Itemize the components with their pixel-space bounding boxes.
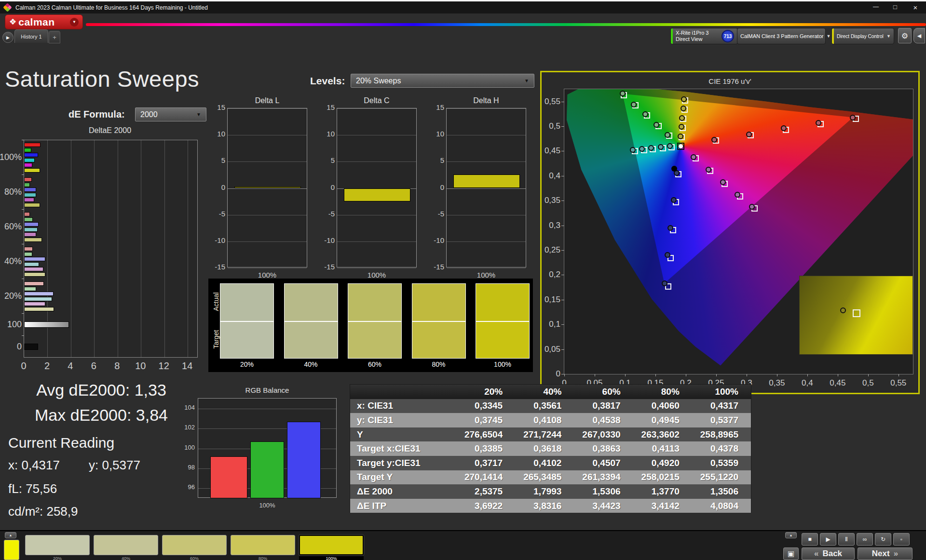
table-row-Target x:CIE31: Target x:CIE310,33850,36180,38630,41130,… [350, 441, 751, 456]
table-cell: 0,3385 [456, 443, 515, 454]
source-line1: CalMAN Client 3 Pattern Generator [740, 33, 823, 39]
next-button[interactable]: Next » [858, 547, 912, 560]
y-tick-label: 15 [432, 103, 444, 111]
up-arrow-icon: ▲ [790, 533, 793, 537]
up-arrow-icon: ▲ [9, 533, 13, 537]
toolbar-patch-60%[interactable] [162, 535, 227, 555]
y-tick-label: 0 [432, 183, 444, 191]
mini-plot [337, 108, 417, 267]
pattern-list-up-button[interactable]: ▲ [5, 532, 16, 538]
yellow-measured-marker [678, 133, 683, 139]
maximize-button[interactable]: □ [885, 3, 905, 12]
green-measured-marker [665, 132, 670, 138]
calman-logo-button[interactable]: ❖ calman ▼ [5, 14, 83, 29]
chevron-left-icon: ◀ [917, 33, 921, 39]
tab-nav-arrow-button[interactable]: ▶ [2, 32, 14, 43]
toolbar-patch-20%[interactable] [25, 535, 90, 555]
window-title: Calman 2023 Calman Ultimate for Business… [15, 4, 208, 11]
minimize-button[interactable]: — [866, 3, 885, 12]
de-bar [24, 193, 36, 197]
x-tick [716, 374, 717, 376]
target-row-label: Target [212, 325, 220, 354]
y-tick [561, 102, 564, 102]
table-cell: 0,5359 [692, 458, 751, 468]
table-header-cell: 40% [515, 387, 574, 397]
y-tick-label: 102 [177, 424, 195, 431]
table-cell: 263,3602 [633, 429, 692, 440]
de-bar [24, 183, 30, 187]
gridline [337, 108, 416, 109]
x-axis-label: 100% [337, 271, 417, 279]
toolbar-patch-100%[interactable] [299, 535, 364, 555]
transport-button-0[interactable]: ■ [802, 533, 818, 546]
delta-bar [453, 174, 520, 188]
back-button[interactable]: « Back [802, 547, 855, 560]
group-label: 80% [0, 174, 22, 209]
red-measured-marker [711, 137, 717, 143]
gridline [447, 268, 526, 268]
deltae-plot [24, 140, 198, 358]
y-tick-label: -5 [432, 210, 444, 218]
cie-1976-panel[interactable]: CIE 1976 u'v' 000,050,050,10,10,150,150,… [540, 71, 920, 394]
transport-button-3[interactable]: ∞ [857, 533, 873, 546]
actual-target-swatch-panel: ActualTarget20%40%60%80%100% [208, 279, 533, 372]
de-bar [24, 257, 45, 261]
calman-logo-text: calman [18, 16, 54, 28]
transport-button-5[interactable]: ▫ [893, 533, 910, 546]
blue-measured-marker [671, 197, 677, 203]
chevron-down-icon: ▼ [886, 34, 891, 39]
de-formula-dropdown[interactable]: 2000 ▼ [135, 107, 206, 121]
actual-swatch-100% [476, 283, 530, 321]
y-tick-label: 15 [322, 103, 335, 111]
calman-menu-caret[interactable]: ▼ [70, 18, 79, 27]
table-cell: 0,3863 [574, 443, 633, 454]
y-tick-label: 0 [539, 369, 560, 379]
settings-button[interactable]: ⚙ [898, 28, 912, 43]
inset-target-marker [853, 309, 860, 317]
red-measured-marker [850, 115, 856, 120]
table-header-cell: 20% [456, 387, 515, 397]
de-bar [24, 168, 40, 173]
close-button[interactable]: × [905, 3, 926, 12]
y-tick-label: 0,3 [539, 221, 560, 230]
de-bar [24, 222, 39, 227]
x-tick-label: 2 [40, 360, 54, 372]
x-tick [807, 374, 808, 376]
group-label: 20% [0, 279, 22, 313]
display-control-selector[interactable]: Direct Display Control ▼ [831, 28, 894, 44]
transport-button-1[interactable]: ▶ [820, 533, 836, 546]
toolbar-patch-80%[interactable] [231, 535, 295, 555]
toolbar-patch-label: 80% [231, 556, 295, 560]
table-header-cell: 60% [574, 387, 633, 397]
meter-count-badge[interactable]: 713 [722, 30, 734, 42]
row-label: Target Y [350, 472, 456, 482]
transport-button-2[interactable]: Ⅱ [838, 533, 855, 546]
add-tab-button[interactable]: + [49, 31, 60, 43]
delta-l-chart: Delta L151050-5-10-15100% [213, 96, 322, 280]
source-selector[interactable]: CalMAN Client 3 Pattern Generator ▼ [737, 28, 826, 44]
pattern-window-button[interactable]: ▣ [783, 547, 799, 560]
tab-history-1[interactable]: History 1 [14, 29, 48, 43]
axis-tick [22, 313, 24, 314]
axis-tick [22, 140, 24, 140]
current-reading-y: y: 0,5377 [89, 458, 140, 473]
x-tick-label: 12 [157, 360, 171, 372]
x-tick-label: 0,35 [766, 378, 788, 388]
x-tick [868, 374, 869, 376]
pattern-preview-swatch[interactable] [4, 540, 19, 560]
collapse-panel-button[interactable]: ◀ [913, 28, 925, 43]
transport-button-4[interactable]: ↻ [875, 533, 891, 546]
toolbar-patch-40%[interactable] [94, 535, 158, 555]
back-label: Back [822, 549, 842, 559]
transport-up-button[interactable]: ▲ [785, 532, 797, 538]
magenta-measured-marker [749, 204, 755, 210]
max-de2000: Max dE2000: 3,84 [22, 406, 181, 425]
levels-dropdown[interactable]: 20% Sweeps ▼ [351, 74, 534, 88]
table-row-ΔE 2000: ΔE 20002,53751,79931,53061,37701,3506 [350, 484, 751, 499]
y-tick [561, 349, 564, 350]
plus-icon: + [53, 34, 56, 41]
x-tick [595, 374, 595, 376]
table-cell: 0,4102 [515, 458, 574, 468]
x-tick [564, 374, 565, 376]
gear-icon: ⚙ [901, 31, 908, 40]
